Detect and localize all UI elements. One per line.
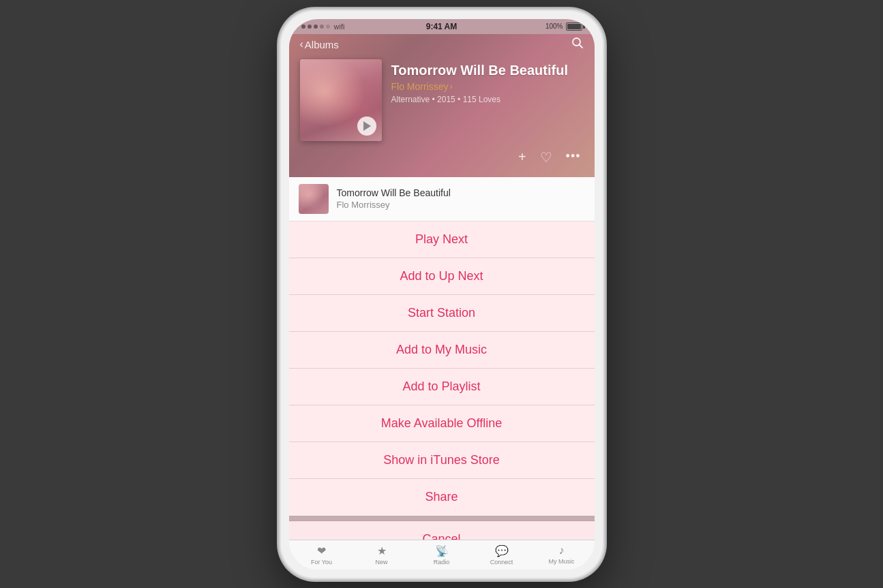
connect-icon: 💬 [495, 544, 509, 557]
back-button[interactable]: ‹ Albums [300, 38, 339, 50]
add-button[interactable]: + [518, 149, 526, 166]
menu-item-itunes-store[interactable]: Show in iTunes Store [289, 442, 595, 479]
album-meta: Alternative • 2015 • 115 Loves [391, 95, 584, 104]
song-info: Tomorrow Will Be Beautiful Flo Morrissey [337, 187, 585, 210]
search-icon [571, 37, 584, 49]
album-text: Tomorrow Will Be Beautiful Flo Morrissey… [391, 59, 584, 104]
song-header-row: Tomorrow Will Be Beautiful Flo Morrissey [289, 177, 595, 221]
song-artist: Flo Morrissey [337, 200, 585, 210]
album-actions: + ♡ ••• [300, 149, 584, 166]
signal-dot [308, 25, 312, 29]
wifi-icon: wifi [334, 22, 345, 31]
menu-separator [289, 516, 595, 521]
tab-radio-label: Radio [434, 559, 450, 566]
album-title: Tomorrow Will Be Beautiful [391, 62, 584, 78]
album-title-text: Tomorrow Will Be Beautiful [391, 63, 568, 78]
status-time: 9:41 AM [426, 22, 458, 31]
menu-item-add-my-music-label: Add to My Music [396, 343, 487, 357]
menu-item-add-playlist-label: Add to Playlist [402, 380, 480, 394]
my-music-icon: ♪ [559, 544, 565, 557]
tab-for-you[interactable]: ❤ For You [292, 544, 352, 566]
song-title: Tomorrow Will Be Beautiful [337, 187, 585, 198]
battery-area: 100% [545, 22, 582, 31]
menu-item-share[interactable]: Share [289, 479, 595, 516]
battery-percent: 100% [545, 22, 563, 30]
menu-item-start-station-label: Start Station [408, 306, 475, 320]
back-chevron-icon: ‹ [300, 38, 303, 50]
phone-device: wifi 9:41 AM 100% ‹ [278, 8, 605, 581]
cancel-button[interactable]: Cancel [289, 521, 595, 540]
menu-item-add-playlist[interactable]: Add to Playlist [289, 369, 595, 405]
menu-item-itunes-store-label: Show in iTunes Store [383, 453, 499, 467]
more-button[interactable]: ••• [566, 149, 581, 166]
heart-button[interactable]: ♡ [540, 149, 552, 166]
tab-radio[interactable]: 📡 Radio [412, 544, 472, 566]
phone-screen: wifi 9:41 AM 100% ‹ [289, 19, 595, 570]
status-bar: wifi 9:41 AM 100% [289, 19, 595, 34]
chevron-right-icon: › [450, 81, 453, 91]
menu-item-play-next-label: Play Next [415, 232, 468, 247]
signal-dot [314, 25, 318, 29]
new-icon: ★ [377, 544, 387, 557]
album-header: ‹ Albums [289, 34, 595, 177]
menu-item-offline-label: Make Available Offline [381, 416, 502, 431]
battery-fill [567, 24, 581, 29]
tab-bar: ❤ For You ★ New 📡 Radio 💬 Connect [289, 540, 595, 570]
song-thumbnail [299, 184, 329, 214]
cancel-label: Cancel [422, 532, 460, 540]
album-info-row: Tomorrow Will Be Beautiful Flo Morrissey… [300, 59, 584, 141]
menu-item-add-my-music[interactable]: Add to My Music [289, 332, 595, 369]
play-button[interactable] [357, 117, 376, 136]
signal-dot [326, 25, 330, 29]
tab-connect[interactable]: 💬 Connect [472, 544, 532, 566]
svg-line-1 [579, 44, 582, 48]
context-menu: Tomorrow Will Be Beautiful Flo Morrissey… [289, 177, 595, 540]
tab-new-label: New [375, 559, 387, 566]
signal-dots: wifi [301, 22, 345, 31]
search-button[interactable] [571, 37, 584, 52]
menu-item-add-up-next[interactable]: Add to Up Next [289, 258, 595, 295]
song-thumb-bg [299, 184, 329, 214]
album-art [300, 59, 382, 141]
album-artist[interactable]: Flo Morrissey › [391, 81, 584, 92]
signal-dot [320, 25, 324, 29]
tab-new[interactable]: ★ New [352, 544, 412, 566]
menu-item-add-up-next-label: Add to Up Next [400, 269, 483, 283]
battery-tip [583, 25, 585, 29]
for-you-icon: ❤ [317, 544, 326, 557]
signal-dot [301, 25, 305, 29]
phone-frame: wifi 9:41 AM 100% ‹ [278, 8, 605, 581]
tab-my-music[interactable]: ♪ My Music [532, 544, 592, 565]
radio-icon: 📡 [435, 544, 449, 557]
menu-item-start-station[interactable]: Start Station [289, 295, 595, 332]
menu-items-list: Play Next Add to Up Next Start Station A… [289, 221, 595, 516]
back-label: Albums [305, 39, 339, 50]
menu-item-share-label: Share [425, 490, 458, 504]
battery-icon [566, 22, 582, 31]
menu-item-offline[interactable]: Make Available Offline [289, 405, 595, 442]
screen-content: ‹ Albums [289, 34, 595, 570]
tab-for-you-label: For You [311, 559, 332, 566]
menu-item-play-next[interactable]: Play Next [289, 221, 595, 258]
play-icon [363, 121, 371, 131]
tab-connect-label: Connect [490, 559, 513, 566]
tab-my-music-label: My Music [549, 558, 575, 565]
album-artist-name: Flo Morrissey [391, 81, 449, 92]
nav-bar: ‹ Albums [300, 34, 584, 57]
